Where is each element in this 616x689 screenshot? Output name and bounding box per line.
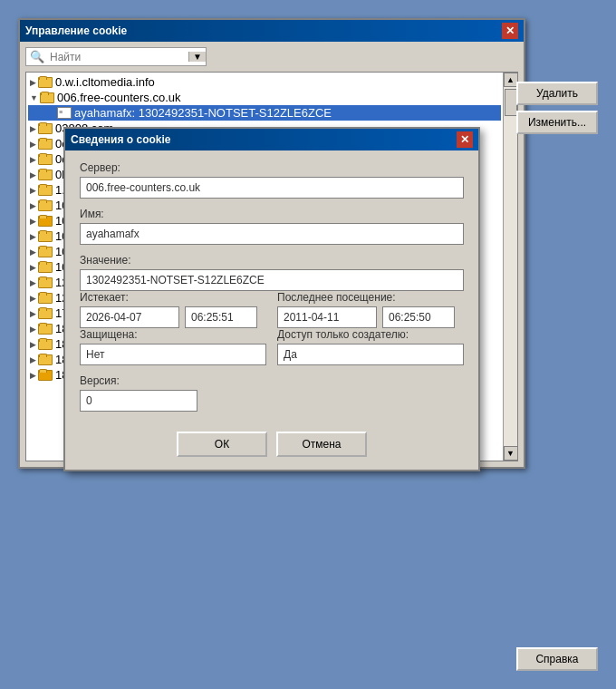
last-visit-label: Последнее посещение: bbox=[277, 291, 464, 304]
dates-row: Истекает: Последнее посещение: bbox=[80, 291, 464, 328]
scroll-thumb[interactable] bbox=[505, 89, 517, 116]
creator-only-field[interactable] bbox=[277, 344, 464, 365]
tree-item-label: 0.w.i.cltomedia.info bbox=[55, 75, 155, 89]
secure-field[interactable] bbox=[80, 344, 266, 365]
version-label: Версия: bbox=[80, 374, 464, 387]
expires-time-field[interactable] bbox=[185, 306, 257, 328]
expires-date-field[interactable] bbox=[80, 306, 179, 328]
scroll-track bbox=[504, 87, 517, 446]
expand-arrow: ▼ bbox=[30, 93, 38, 102]
expand-arrow: ▶ bbox=[30, 325, 36, 334]
name-label: Имя: bbox=[80, 208, 464, 220]
action-buttons: Удалить Изменить... bbox=[516, 82, 598, 134]
expand-arrow: ▶ bbox=[30, 155, 36, 164]
vertical-scrollbar[interactable]: ▲ ▼ bbox=[503, 73, 517, 461]
main-dialog-title: Управление cookie bbox=[25, 24, 127, 37]
folder-icon bbox=[38, 215, 53, 227]
folder-icon bbox=[38, 138, 53, 150]
folder-icon bbox=[38, 307, 53, 319]
security-row: Защищена: Доступ только создателю: bbox=[80, 328, 464, 365]
file-icon bbox=[57, 107, 72, 119]
folder-icon bbox=[38, 369, 53, 381]
secure-col: Защищена: bbox=[80, 328, 266, 365]
tree-item[interactable]: ayahamafx: 1302492351-NOTSET-S12ZLE6ZCE bbox=[28, 105, 501, 121]
expires-label: Истекает: bbox=[80, 291, 266, 304]
edit-button[interactable]: Изменить... bbox=[516, 111, 598, 134]
main-close-button[interactable]: ✕ bbox=[502, 23, 518, 39]
folder-icon bbox=[38, 184, 53, 196]
main-title-bar: Управление cookie ✕ bbox=[20, 20, 524, 42]
folder-icon bbox=[38, 122, 53, 134]
value-field[interactable] bbox=[80, 269, 464, 291]
folder-icon bbox=[38, 323, 53, 335]
secure-label: Защищена: bbox=[80, 328, 266, 341]
tree-item-label: ayahamafx: 1302492351-NOTSET-S12ZLE6ZCE bbox=[74, 106, 332, 120]
help-button-wrap: Справка bbox=[516, 647, 598, 671]
cookie-info-dialog: Сведения о cookie ✕ Сервер: Имя: Значени… bbox=[63, 127, 480, 471]
folder-icon bbox=[38, 354, 53, 365]
folder-icon bbox=[38, 230, 53, 242]
cookie-dialog-title-bar: Сведения о cookie ✕ bbox=[65, 129, 478, 150]
cookie-dialog-body: Сервер: Имя: Значение: Истекает: Последн… bbox=[65, 150, 478, 422]
name-field[interactable] bbox=[80, 223, 464, 245]
tree-item-label: 006.free-counters.co.uk bbox=[57, 91, 181, 104]
expand-arrow: ▶ bbox=[30, 309, 36, 318]
folder-icon bbox=[38, 292, 53, 304]
expand-arrow: ▶ bbox=[30, 355, 36, 364]
folder-icon bbox=[38, 76, 53, 88]
ok-button[interactable]: ОК bbox=[177, 432, 267, 457]
folder-icon bbox=[38, 338, 53, 350]
version-field[interactable] bbox=[80, 390, 197, 412]
cookie-dialog-footer: ОК Отмена bbox=[65, 422, 478, 470]
expand-arrow: ▶ bbox=[30, 124, 36, 133]
cookie-dialog-title: Сведения о cookie bbox=[71, 133, 171, 146]
expand-arrow: ▶ bbox=[30, 294, 36, 303]
search-icon: 🔍 bbox=[26, 48, 48, 65]
search-dropdown-button[interactable]: ▼ bbox=[188, 52, 206, 62]
delete-button[interactable]: Удалить bbox=[516, 82, 598, 105]
last-visit-col: Последнее посещение: bbox=[277, 291, 464, 328]
expand-arrow: ▶ bbox=[30, 263, 36, 272]
scroll-down-button[interactable]: ▼ bbox=[504, 446, 518, 461]
expand-arrow: ▶ bbox=[30, 340, 36, 349]
folder-icon bbox=[38, 261, 53, 273]
expand-arrow: ▶ bbox=[30, 247, 36, 257]
search-input[interactable] bbox=[48, 49, 188, 65]
expand-arrow: ▶ bbox=[30, 140, 36, 149]
last-visit-date-field[interactable] bbox=[277, 306, 377, 328]
expand-arrow: ▶ bbox=[30, 278, 36, 287]
folder-icon bbox=[38, 169, 53, 180]
value-label: Значение: bbox=[80, 254, 464, 267]
expand-arrow: ▶ bbox=[30, 232, 36, 241]
expand-arrow: ▶ bbox=[30, 217, 36, 226]
tree-item[interactable]: ▼ 006.free-counters.co.uk bbox=[28, 90, 501, 105]
folder-icon bbox=[40, 92, 54, 103]
last-visit-time-field[interactable] bbox=[382, 306, 455, 328]
expand-arrow: ▶ bbox=[30, 170, 36, 180]
expand-arrow: ▶ bbox=[30, 201, 36, 210]
cancel-button[interactable]: Отмена bbox=[276, 432, 367, 457]
server-label: Сервер: bbox=[80, 161, 464, 174]
grid-folder-icon: 🗂 bbox=[38, 246, 53, 257]
creator-only-label: Доступ только создателю: bbox=[277, 328, 464, 341]
server-field[interactable] bbox=[80, 177, 464, 199]
expand-arrow: ▶ bbox=[30, 186, 36, 195]
cookie-dialog-close-button[interactable]: ✕ bbox=[457, 131, 473, 148]
creator-only-col: Доступ только создателю: bbox=[277, 328, 464, 365]
expires-col: Истекает: bbox=[80, 291, 266, 328]
folder-icon bbox=[38, 277, 53, 288]
expand-arrow: ▶ bbox=[30, 78, 36, 87]
expand-arrow: ▶ bbox=[30, 371, 36, 380]
help-button[interactable]: Справка bbox=[516, 647, 598, 671]
folder-icon bbox=[38, 199, 53, 211]
search-bar: 🔍 ▼ bbox=[25, 47, 207, 66]
folder-icon bbox=[38, 153, 53, 165]
tree-item[interactable]: ▶ 0.w.i.cltomedia.info bbox=[28, 74, 501, 90]
